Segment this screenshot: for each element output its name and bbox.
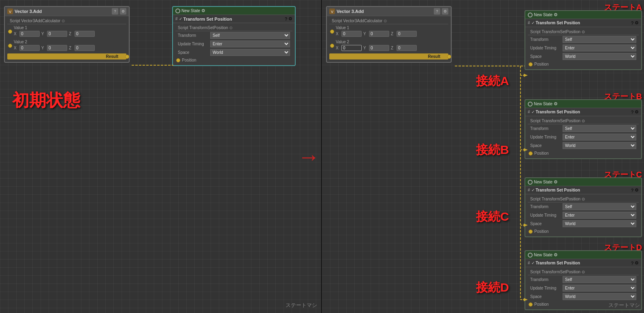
script-link[interactable]: Vector3AddCalculator [21, 19, 60, 23]
vector-icon-right: V [329, 9, 335, 14]
value1-x[interactable] [19, 31, 40, 37]
transform-d: Transform Self [528, 275, 639, 284]
timing-select-d[interactable]: Enter [563, 285, 636, 292]
help-c[interactable]: ? [631, 188, 633, 193]
space-select-b[interactable]: World [563, 142, 636, 149]
pos-connector-a [529, 62, 533, 66]
vector-node-left: V Vector 3.Add ? ⚙ Script Vector3AddCalc… [4, 6, 130, 63]
update-timing-row-left: Update Timing Enter [175, 40, 292, 48]
transform-select-d[interactable]: Self [563, 276, 636, 283]
value2-z-right[interactable] [397, 45, 417, 51]
help-btn-right[interactable]: ? [434, 8, 440, 15]
transform-select-a[interactable]: Self [563, 36, 636, 43]
value1-y[interactable] [47, 31, 67, 37]
value2-y-right[interactable] [369, 45, 389, 51]
transform-row-left: Transform Self [175, 31, 292, 40]
help-d[interactable]: ? [631, 261, 633, 266]
settings-btn-right[interactable]: ⚙ [442, 8, 448, 15]
state-script-link-left[interactable]: TransformSetPosition [189, 26, 228, 30]
value1-z-right[interactable] [397, 31, 417, 37]
watermark-left: ステートマシ [286, 302, 317, 309]
space-select-left[interactable]: World [210, 49, 290, 56]
result-connector-right [447, 55, 451, 59]
transform-settings-btn[interactable]: ⚙ [288, 16, 292, 21]
help-b[interactable]: ? [631, 110, 633, 115]
state-settings-btn-c[interactable]: ⚙ [554, 179, 558, 185]
script-a: Script TransformSetPosition ⊙ [528, 29, 639, 35]
update-timing-select-left[interactable]: Enter [210, 40, 290, 47]
position-b: Position [528, 150, 639, 157]
result-bar: Result [7, 53, 126, 60]
gear-a[interactable]: ⚙ [635, 20, 639, 26]
timing-b: Update Timing Enter [528, 133, 639, 141]
transform-header-c: # ✓ Transform Set Position ? ⚙ [525, 186, 641, 194]
script-row: Script Vector3AddCalculator ⊙ [7, 18, 126, 24]
transform-header-b: # ✓ Transform Set Position ? ⚙ [525, 108, 641, 116]
script-link-a[interactable]: TransformSetPosition ⊙ [542, 30, 585, 34]
timing-d: Update Timing Enter [528, 284, 639, 292]
vector-node-body: Script Vector3AddCalculator ⊙ Value 1 X … [5, 16, 129, 62]
value2-row: Value 2 X Y Z [7, 38, 126, 53]
value2-x[interactable] [19, 45, 40, 51]
transform-select-left[interactable]: Self [210, 32, 290, 39]
help-a[interactable]: ? [631, 21, 633, 26]
new-state-label-left: New State [181, 9, 200, 13]
value2-connector-right [330, 44, 334, 48]
transform-header-left: # ✓ Transform Set Position ? ⚙ [173, 15, 295, 23]
transform-a: Transform Self [528, 35, 639, 44]
state-settings-btn-b[interactable]: ⚙ [554, 101, 558, 106]
state-body-a: Script TransformSetPosition ⊙ Transform … [525, 27, 641, 69]
timing-select-a[interactable]: Enter [563, 45, 636, 51]
state-node-b: New State ⚙ # ✓ Transform Set Position ?… [525, 99, 642, 159]
value1-z[interactable] [75, 31, 95, 37]
space-select-c[interactable]: World [563, 220, 636, 227]
state-settings-btn-left[interactable]: ⚙ [201, 8, 205, 13]
script-c: Script TransformSetPosition ⊙ [528, 196, 639, 202]
value2-y[interactable] [47, 45, 67, 51]
state-node-a: New State ⚙ # ✓ Transform Set Position ?… [525, 10, 642, 70]
transform-select-b[interactable]: Self [563, 125, 636, 132]
state-settings-btn-d[interactable]: ⚙ [554, 252, 558, 258]
space-a: Space World [528, 52, 639, 61]
position-row-left: Position [175, 57, 292, 64]
transform-help-btn[interactable]: ? [285, 17, 287, 21]
svg-text:V: V [9, 10, 11, 14]
settings-btn[interactable]: ⚙ [120, 8, 126, 15]
gear-c[interactable]: ⚙ [635, 187, 639, 193]
space-select-d[interactable]: World [563, 293, 636, 300]
script-link-d[interactable]: TransformSetPosition ⊙ [542, 270, 585, 274]
vector-node-header-right: V Vector 3.Add ? ⚙ [327, 7, 451, 16]
gear-d[interactable]: ⚙ [635, 260, 639, 266]
value2-x-right[interactable] [341, 45, 362, 51]
help-btn[interactable]: ? [112, 8, 118, 15]
state-header-b: New State ⚙ [525, 100, 641, 108]
state-header-a: New State ⚙ [525, 11, 641, 19]
state-settings-btn-a[interactable]: ⚙ [554, 12, 558, 17]
result-bar-right: Result [329, 53, 448, 60]
connection-a-label: 接続A [476, 73, 509, 89]
script-link-b[interactable]: TransformSetPosition ⊙ [542, 119, 585, 123]
space-select-a[interactable]: World [563, 53, 636, 60]
script-link-c[interactable]: TransformSetPosition ⊙ [542, 197, 585, 201]
gear-b[interactable]: ⚙ [635, 109, 639, 115]
value1-y-right[interactable] [369, 31, 389, 37]
state-body-b: Script TransformSetPosition ⊙ Transform … [525, 116, 641, 158]
script-link-right[interactable]: Vector3AddCalculator [343, 19, 382, 23]
transform-b: Transform Self [528, 124, 639, 133]
state-node-body-left: Script TransformSetPosition ⊙ Transform … [173, 23, 295, 65]
script-d: Script TransformSetPosition ⊙ [528, 269, 639, 275]
value1-x-right[interactable] [341, 31, 362, 37]
new-state-label-d: New State [534, 253, 552, 257]
timing-select-b[interactable]: Enter [563, 134, 636, 141]
space-row-left: Space World [175, 48, 292, 57]
position-connector-left [176, 58, 180, 62]
timing-select-c[interactable]: Enter [563, 212, 636, 219]
watermark-right: ステートマシ [608, 302, 640, 309]
value2-z[interactable] [75, 45, 95, 51]
value2-label-right: Value 2 [336, 40, 349, 44]
state-circle-icon-a [528, 13, 533, 17]
transform-select-c[interactable]: Self [563, 203, 636, 210]
value2-label: Value 2 [14, 40, 27, 44]
state-node-d: New State ⚙ # ✓ Transform Set Position ?… [525, 250, 642, 310]
space-d: Space World [528, 292, 639, 301]
